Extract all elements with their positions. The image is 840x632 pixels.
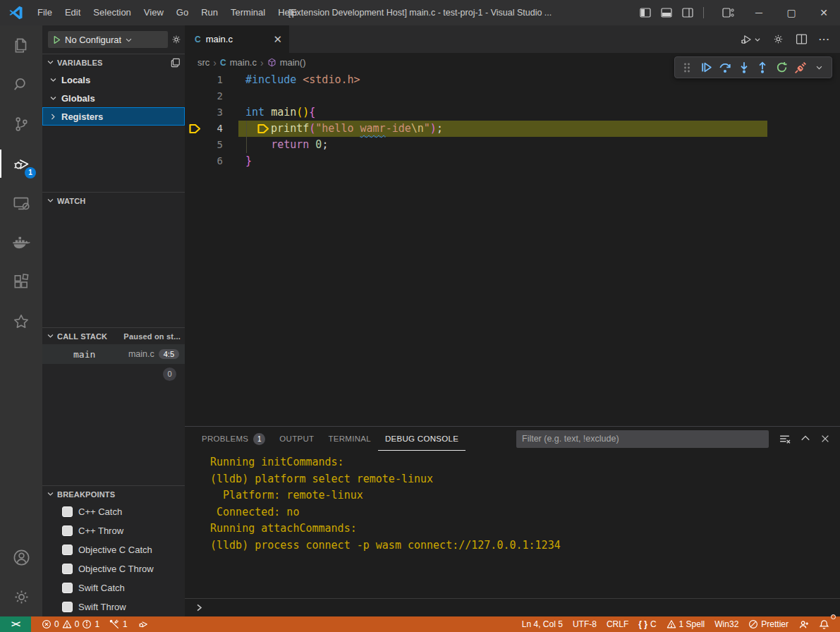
menu-view[interactable]: View xyxy=(138,0,170,25)
extensions-icon[interactable] xyxy=(0,262,42,302)
stack-frame-row[interactable]: main main.c 4:5 xyxy=(42,344,185,364)
accounts-icon[interactable] xyxy=(0,537,42,577)
configure-gear-icon[interactable] xyxy=(171,34,182,45)
gutter-margin[interactable] xyxy=(185,137,205,153)
breadcrumb-folder[interactable]: src xyxy=(197,57,209,68)
editor-gear-icon[interactable] xyxy=(772,33,784,45)
toggle-panel-icon[interactable] xyxy=(661,8,672,18)
breakpoint-row[interactable]: Swift Throw xyxy=(42,597,185,616)
menu-go[interactable]: Go xyxy=(170,0,195,25)
customize-layout-icon[interactable] xyxy=(722,8,734,18)
breakpoint-checkbox[interactable] xyxy=(62,506,73,517)
split-editor-icon[interactable] xyxy=(796,33,808,45)
breakpoint-row[interactable]: C++ Throw xyxy=(42,521,185,540)
step-out-icon[interactable] xyxy=(754,59,771,76)
breakpoint-checkbox[interactable] xyxy=(62,602,73,612)
collapse-all-icon[interactable] xyxy=(171,58,181,68)
explorer-icon[interactable] xyxy=(0,25,42,65)
breadcrumb-symbol[interactable]: main() xyxy=(280,57,306,68)
breakpoint-checkbox[interactable] xyxy=(62,583,73,593)
more-actions-icon[interactable]: ··· xyxy=(819,34,830,44)
menu-selection[interactable]: Selection xyxy=(87,0,137,25)
tab-main-c[interactable]: C main.c ✕ xyxy=(185,25,289,53)
remote-indicator[interactable]: >< xyxy=(0,616,31,632)
feedback-icon[interactable] xyxy=(793,616,814,632)
menu-file[interactable]: File xyxy=(31,0,59,25)
breakpoint-row[interactable]: Objective C Throw xyxy=(42,559,185,578)
code-editor[interactable]: 1#include <stdio.h>23int main(){4 printf… xyxy=(185,72,840,426)
language-mode[interactable]: { } C xyxy=(633,616,661,632)
tools-status[interactable]: 1 xyxy=(104,616,133,632)
title-bar: FileEditSelectionViewGoRunTerminalHelp [… xyxy=(0,0,840,25)
toggle-secondary-sidebar-icon[interactable] xyxy=(682,8,693,18)
search-icon[interactable] xyxy=(0,65,42,104)
debug-sidebar: No Configurat VARIABLES Locals xyxy=(42,25,185,616)
breakpoint-row[interactable]: Objective C Catch xyxy=(42,540,185,559)
error-icon xyxy=(42,619,51,629)
breakpoint-checkbox[interactable] xyxy=(62,545,73,555)
spell-checker-status[interactable]: 1 Spell xyxy=(662,616,710,632)
tab-problems[interactable]: PROBLEMS 1 xyxy=(195,427,272,451)
variables-globals-row[interactable]: Globals xyxy=(42,89,185,107)
gutter-margin[interactable] xyxy=(185,153,205,169)
notifications-bell-icon[interactable] xyxy=(814,616,834,632)
close-panel-icon[interactable] xyxy=(820,434,830,444)
debug-console-output[interactable]: Running initCommands:(lldb) platform sel… xyxy=(185,451,840,598)
call-stack-header[interactable]: CALL STACK Paused on st... xyxy=(42,327,185,344)
watch-header[interactable]: WATCH xyxy=(42,192,185,209)
encoding[interactable]: UTF-8 xyxy=(568,616,602,632)
breakpoints-header[interactable]: BREAKPOINTS xyxy=(42,485,185,502)
run-and-debug-icon[interactable]: 1 xyxy=(0,144,42,183)
current-frame-gutter-icon[interactable] xyxy=(185,121,205,137)
toggle-sidebar-icon[interactable] xyxy=(640,8,651,18)
remote-explorer-icon[interactable] xyxy=(0,183,42,223)
debug-config-dropdown[interactable]: No Configurat xyxy=(48,31,168,48)
breakpoint-label: Objective C Catch xyxy=(78,545,152,555)
breakpoint-checkbox[interactable] xyxy=(62,564,73,574)
maximize-panel-icon[interactable] xyxy=(801,434,810,444)
breakpoint-row[interactable]: C++ Catch xyxy=(42,502,185,521)
toolbar-drag-handle[interactable] xyxy=(678,59,695,76)
maximize-button[interactable]: ▢ xyxy=(775,0,808,25)
star-extension-icon[interactable] xyxy=(0,302,42,341)
clear-console-icon[interactable] xyxy=(779,433,791,445)
close-button[interactable]: ✕ xyxy=(808,0,840,25)
variables-registers-row[interactable]: Registers xyxy=(42,107,185,126)
tab-debug-console[interactable]: DEBUG CONSOLE xyxy=(378,427,465,451)
warning-icon xyxy=(666,619,676,629)
gutter-margin[interactable] xyxy=(185,88,205,104)
step-over-icon[interactable] xyxy=(717,59,734,76)
tab-terminal[interactable]: TERMINAL xyxy=(321,427,378,451)
breadcrumb-file[interactable]: main.c xyxy=(230,57,257,68)
docker-icon[interactable] xyxy=(0,223,42,262)
breakpoint-checkbox[interactable] xyxy=(62,525,73,536)
gutter-margin[interactable] xyxy=(185,72,205,88)
settings-gear-icon[interactable] xyxy=(0,577,42,616)
step-into-icon[interactable] xyxy=(736,59,753,76)
gutter-margin[interactable] xyxy=(185,104,205,121)
console-filter-input[interactable] xyxy=(516,430,769,448)
cursor-position[interactable]: Ln 4, Col 5 xyxy=(517,616,568,632)
source-control-icon[interactable] xyxy=(0,104,42,144)
menu-run[interactable]: Run xyxy=(195,0,224,25)
problems-status[interactable]: 0 0 1 xyxy=(37,616,104,632)
menu-terminal[interactable]: Terminal xyxy=(224,0,272,25)
run-or-debug-button[interactable] xyxy=(740,33,761,46)
variables-header[interactable]: VARIABLES xyxy=(42,54,185,71)
eol-sequence[interactable]: CRLF xyxy=(602,616,633,632)
disconnect-icon[interactable] xyxy=(792,59,809,76)
minimize-button[interactable]: ─ xyxy=(743,0,775,25)
debug-console-input[interactable] xyxy=(185,598,840,616)
breakpoint-row[interactable]: Swift Catch xyxy=(42,578,185,597)
debug-session-dropdown-icon[interactable] xyxy=(811,59,828,76)
continue-icon[interactable] xyxy=(698,59,714,76)
tab-output[interactable]: OUTPUT xyxy=(272,427,321,451)
tab-close-icon[interactable]: ✕ xyxy=(273,34,282,44)
formatter-status[interactable]: Prettier xyxy=(743,616,793,632)
debug-status-icon[interactable] xyxy=(133,616,154,632)
variables-locals-row[interactable]: Locals xyxy=(42,71,185,89)
restart-icon[interactable] xyxy=(773,59,790,76)
platform-target[interactable]: Win32 xyxy=(710,616,743,632)
start-debug-icon[interactable] xyxy=(52,35,61,44)
menu-edit[interactable]: Edit xyxy=(59,0,87,25)
